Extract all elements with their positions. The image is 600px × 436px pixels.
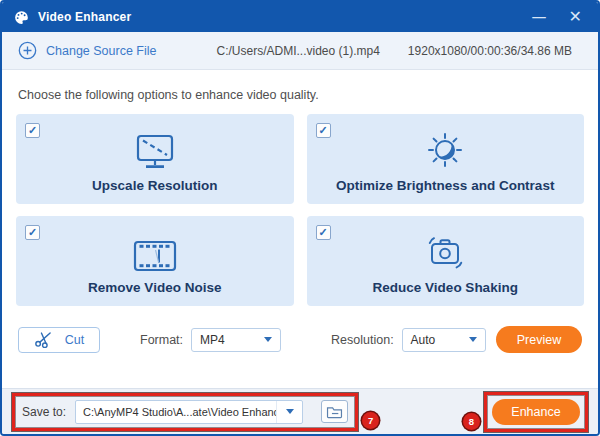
camera-shake-icon (422, 228, 468, 274)
cut-label: Cut (65, 333, 84, 347)
option-card-remove-noise[interactable]: ✓ (16, 216, 294, 306)
options-heading: Choose the following options to enhance … (18, 88, 584, 102)
chevron-down-icon (264, 337, 272, 342)
plus-circle-icon (18, 41, 37, 60)
folder-icon (326, 405, 343, 419)
preview-button[interactable]: Preview (496, 326, 582, 353)
resolution-value: Auto (411, 333, 436, 347)
chevron-down-icon (469, 337, 477, 342)
checkmark-icon: ✓ (318, 125, 327, 136)
upscale-resolution-checkbox[interactable]: ✓ (25, 123, 40, 138)
source-file-info: 1920x1080/00:00:36/34.86 MB (408, 44, 572, 58)
remove-noise-label: Remove Video Noise (88, 280, 221, 295)
chevron-down-icon (286, 409, 294, 414)
window-title: Video Enhancer (38, 10, 131, 24)
app-palette-icon (14, 9, 30, 25)
reduce-shaking-label: Reduce Video Shaking (373, 280, 518, 295)
optimize-brightness-checkbox[interactable]: ✓ (316, 123, 331, 138)
monitor-upscale-icon (132, 126, 178, 172)
source-file-path: C:/Users/ADMI...video (1).mp4 (216, 44, 379, 58)
save-to-highlight-rect: Save to: C:\AnyMP4 Studio\A...ate\Video … (12, 393, 358, 431)
enhance-button[interactable]: Enhance (492, 399, 580, 425)
cut-button[interactable]: Cut (18, 327, 100, 353)
annotation-badge-7: 7 (362, 412, 379, 429)
controls-row: Cut Format: MP4 Resolution: Auto Preview (16, 326, 584, 353)
titlebar: Video Enhancer — ✕ (2, 2, 598, 32)
reduce-shaking-checkbox[interactable]: ✓ (316, 225, 331, 240)
format-value: MP4 (200, 333, 225, 347)
footer-bar: Save to: C:\AnyMP4 Studio\A...ate\Video … (2, 388, 598, 434)
close-button[interactable]: ✕ (569, 9, 582, 25)
checkmark-icon: ✓ (318, 227, 327, 238)
annotation-badge-8: 8 (463, 413, 480, 430)
upscale-resolution-label: Upscale Resolution (92, 178, 217, 193)
format-dropdown[interactable]: MP4 (191, 328, 281, 352)
save-path-dropdown[interactable]: C:\AnyMP4 Studio\A...ate\Video Enhancer (75, 400, 303, 424)
optimize-brightness-label: Optimize Brightness and Contrast (336, 178, 554, 193)
film-strip-icon (132, 228, 178, 274)
checkmark-icon: ✓ (28, 125, 37, 136)
format-label: Format: (140, 333, 183, 347)
remove-noise-checkbox[interactable]: ✓ (25, 225, 40, 240)
resolution-dropdown[interactable]: Auto (402, 328, 486, 352)
video-enhancer-window: Video Enhancer — ✕ Change Source File C:… (0, 0, 600, 436)
brightness-sun-icon (422, 126, 468, 172)
toolbar: Change Source File C:/Users/ADMI...video… (2, 32, 598, 70)
option-card-upscale-resolution[interactable]: ✓ Upscale Resolution (16, 114, 294, 204)
minimize-button[interactable]: — (532, 10, 547, 25)
enhance-highlight-rect: Enhance 8 (484, 392, 588, 432)
checkmark-icon: ✓ (28, 227, 37, 238)
scissors-icon (34, 331, 53, 348)
save-to-label: Save to: (22, 405, 66, 419)
browse-folder-button[interactable] (321, 400, 348, 423)
option-card-optimize-brightness[interactable]: ✓ (307, 114, 585, 204)
option-cards: ✓ Upscale Resolution ✓ (16, 114, 584, 306)
save-path-value: C:\AnyMP4 Studio\A...ate\Video Enhancer (76, 406, 276, 418)
change-source-file-label: Change Source File (46, 44, 156, 58)
resolution-label: Resolution: (331, 333, 394, 347)
main-area: Choose the following options to enhance … (2, 70, 598, 388)
option-card-reduce-shaking[interactable]: ✓ Reduce Video Shaking (307, 216, 585, 306)
change-source-file-button[interactable]: Change Source File (18, 41, 156, 60)
